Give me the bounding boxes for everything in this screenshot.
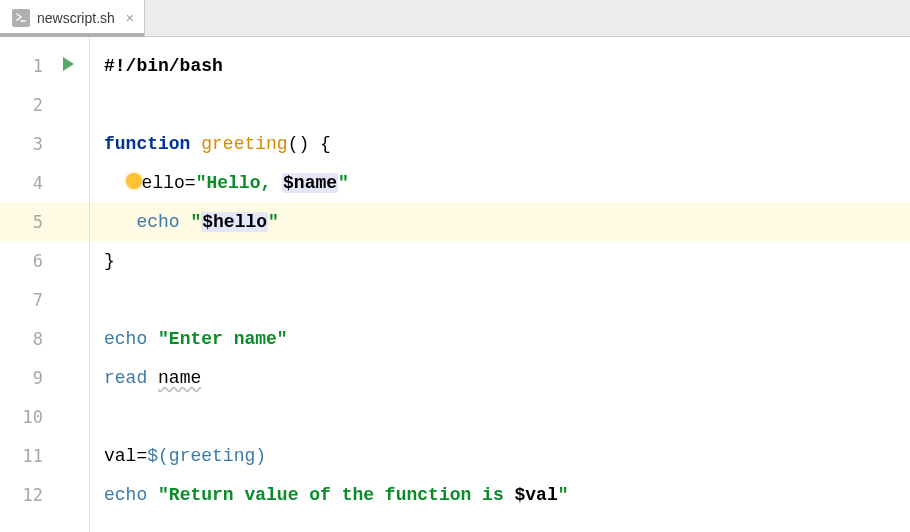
line-number-value: 4 [33,173,43,193]
string-close: " [558,485,569,505]
code-area[interactable]: #!/bin/bash function greeting() { ello="… [90,37,910,532]
tab-bar: newscript.sh × [0,0,910,37]
line-number-value: 2 [33,95,43,115]
subshell-close: ) [255,446,266,466]
call-greeting: greeting [169,446,255,466]
close-icon[interactable]: × [126,10,134,26]
string-open: "Hello, [196,173,282,193]
code-line-3[interactable]: function greeting() { [90,124,910,163]
string-close: " [268,212,279,232]
line-number[interactable]: 2 [0,85,89,124]
code-line-9[interactable]: read name [90,358,910,397]
gutter: 1 2 3 4 5 6 7 8 9 10 11 12 [0,37,90,532]
line-number[interactable]: 4 [0,163,89,202]
subshell-open: $( [147,446,169,466]
cmd-read: read [104,368,147,388]
line-number-value: 10 [23,407,43,427]
line-number-value: 7 [33,290,43,310]
line-number[interactable]: 8 [0,319,89,358]
line-number-value: 9 [33,368,43,388]
line-number-value: 6 [33,251,43,271]
code-line-6[interactable]: } [90,241,910,280]
line-number[interactable]: 1 [0,46,89,85]
line-number-value: 1 [33,56,43,76]
string-literal: "Enter name" [158,329,288,349]
var-ref-name: $name [282,173,338,193]
line-number[interactable]: 11 [0,436,89,475]
line-number[interactable]: 10 [0,397,89,436]
shebang: #!/bin/bash [104,56,223,76]
line-number[interactable]: 9 [0,358,89,397]
code-line-1[interactable]: #!/bin/bash [90,46,910,85]
code-line-10[interactable] [90,397,910,436]
cmd-echo: echo [104,329,147,349]
line-number-value: 12 [23,485,43,505]
string-open: "Return value of the function is [158,485,514,505]
open-brace: () { [288,134,331,154]
line-number[interactable]: 12 [0,475,89,514]
code-line-2[interactable] [90,85,910,124]
cmd-echo: echo [104,485,147,505]
var-ref-val: $val [515,485,558,505]
keyword-function: function [104,134,190,154]
tab-filename: newscript.sh [37,10,115,26]
var-ref-hello: $hello [201,212,268,232]
line-number[interactable]: 7 [0,280,89,319]
variable-assign: ello= [142,173,196,193]
run-icon[interactable] [61,56,75,76]
line-number[interactable]: 6 [0,241,89,280]
code-line-7[interactable] [90,280,910,319]
arg-name: name [158,368,201,388]
intention-bulb-icon[interactable] [126,173,142,189]
code-line-4[interactable]: ello="Hello, $name" [90,163,910,202]
code-line-5[interactable]: echo "$hello" [90,202,910,241]
cmd-echo: echo [136,212,179,232]
code-line-8[interactable]: echo "Enter name" [90,319,910,358]
line-number[interactable]: 5 [0,202,89,241]
string-open: " [190,212,201,232]
line-number-value: 8 [33,329,43,349]
shell-file-icon [12,9,30,27]
line-number-value: 11 [23,446,43,466]
function-name: greeting [201,134,287,154]
variable-assign: val= [104,446,147,466]
line-number[interactable]: 3 [0,124,89,163]
line-number-value: 3 [33,134,43,154]
code-line-11[interactable]: val=$(greeting) [90,436,910,475]
tab-newscript[interactable]: newscript.sh × [0,0,145,36]
string-close: " [338,173,349,193]
code-line-12[interactable]: echo "Return value of the function is $v… [90,475,910,514]
close-brace: } [104,251,115,271]
editor: 1 2 3 4 5 6 7 8 9 10 11 12 #!/bin/bash f… [0,37,910,532]
line-number-value: 5 [33,212,43,232]
